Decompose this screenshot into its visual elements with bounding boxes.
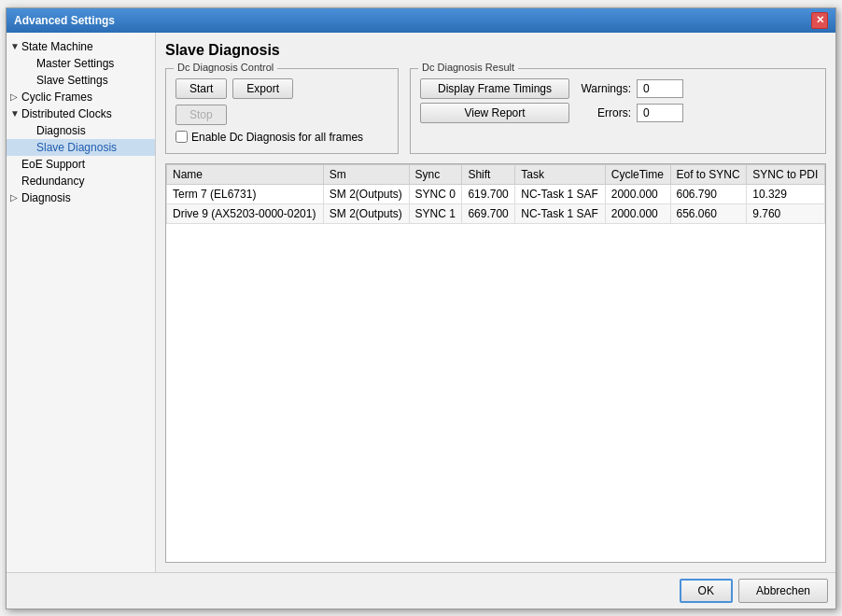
dc-result-group: Dc Diagnosis Result Display Frame Timing… [410, 68, 826, 154]
sidebar-label-redundancy: Redundancy [21, 175, 84, 188]
table-cell: 606.790 [670, 184, 747, 203]
data-table-container: Name Sm Sync Shift Task CycleTime Eof to… [165, 163, 826, 563]
errors-value: 0 [637, 104, 683, 122]
data-table: Name Sm Sync Shift Task CycleTime Eof to… [166, 164, 825, 224]
tree-expander-icon: ▷ [10, 91, 21, 102]
checkbox-row: Enable Dc Diagnosis for all frames [175, 131, 388, 144]
start-button[interactable]: Start [175, 78, 227, 99]
sidebar-item-slave-settings[interactable]: Slave Settings [7, 72, 155, 89]
warnings-label: Warnings: [575, 82, 631, 95]
dc-control-group: Dc Diagnosis Control Start Export Stop E… [165, 68, 399, 154]
sidebar-item-slave-diagnosis[interactable]: Slave Diagnosis [7, 139, 155, 156]
table-cell: NC-Task 1 SAF [515, 184, 605, 203]
cancel-button[interactable]: Abbrechen [738, 579, 828, 603]
display-timings-row: Display Frame Timings Warnings: 0 [420, 78, 816, 99]
table-cell: 2000.000 [605, 203, 670, 223]
table-row[interactable]: Drive 9 (AX5203-0000-0201)SM 2(Outputs)S… [167, 203, 825, 223]
footer: OK Abbrechen [7, 572, 835, 609]
table-cell: SYNC 0 [409, 184, 462, 203]
col-sync: Sync [409, 164, 462, 184]
close-button[interactable]: ✕ [811, 12, 828, 29]
sidebar-item-cyclic-frames[interactable]: ▷Cyclic Frames [7, 89, 155, 105]
dc-control-title: Dc Diagnosis Control [174, 62, 277, 73]
table-cell: 656.060 [670, 203, 747, 223]
col-name: Name [167, 164, 324, 184]
sidebar-item-distributed-clocks[interactable]: ▼Distributed Clocks [7, 105, 155, 122]
sidebar-label-cyclic-frames: Cyclic Frames [21, 91, 92, 104]
sidebar-item-diagnosis[interactable]: Diagnosis [7, 122, 155, 139]
main-panel: Slave Diagnosis Dc Diagnosis Control Sta… [156, 33, 835, 572]
col-eof-to-sync: Eof to SYNC [670, 164, 747, 184]
table-cell: 669.700 [462, 203, 515, 223]
warnings-value: 0 [637, 79, 683, 98]
table-cell: SM 2(Outputs) [323, 203, 409, 223]
export-button[interactable]: Export [232, 78, 293, 99]
sidebar-label-eoe-support: EoE Support [21, 158, 85, 171]
sidebar-label-slave-diagnosis: Slave Diagnosis [36, 141, 117, 154]
col-sync-to-pdi: SYNC to PDI [747, 164, 825, 184]
table-cell: 10.329 [747, 184, 825, 203]
tree-expander-icon: ▼ [10, 108, 21, 119]
table-cell: NC-Task 1 SAF [515, 203, 605, 223]
col-cycletime: CycleTime [605, 164, 670, 184]
col-sm: Sm [323, 164, 409, 184]
dc-result-title: Dc Diagnosis Result [418, 62, 518, 73]
table-cell: 9.760 [747, 203, 825, 223]
sidebar-item-diagnosis-root[interactable]: ▷Diagnosis [7, 189, 155, 206]
sidebar-label-diagnosis: Diagnosis [36, 124, 86, 137]
enable-checkbox-label: Enable Dc Diagnosis for all frames [191, 131, 363, 144]
sidebar-label-distributed-clocks: Distributed Clocks [21, 107, 112, 120]
sidebar-item-state-machine[interactable]: ▼State Machine [7, 38, 155, 55]
titlebar: Advanced Settings ✕ [7, 8, 835, 33]
col-shift: Shift [462, 164, 515, 184]
table-cell: 619.700 [462, 184, 515, 203]
col-task: Task [515, 164, 605, 184]
sidebar-label-slave-settings: Slave Settings [36, 74, 108, 87]
window-title: Advanced Settings [14, 14, 115, 27]
errors-label: Errors: [575, 106, 631, 119]
stop-button[interactable]: Stop [175, 105, 227, 125]
sidebar-label-master-settings: Master Settings [36, 57, 114, 70]
table-row[interactable]: Term 7 (EL6731)SM 2(Outputs)SYNC 0619.70… [167, 184, 825, 203]
display-timings-button[interactable]: Display Frame Timings [420, 78, 569, 99]
table-cell: Drive 9 (AX5203-0000-0201) [167, 203, 324, 223]
sidebar-item-master-settings[interactable]: Master Settings [7, 55, 155, 72]
content-area: ▼State MachineMaster SettingsSlave Setti… [7, 33, 835, 572]
table-cell: SM 2(Outputs) [323, 184, 409, 203]
table-cell: 2000.000 [605, 184, 670, 203]
sidebar: ▼State MachineMaster SettingsSlave Setti… [7, 33, 156, 572]
top-section: Dc Diagnosis Control Start Export Stop E… [165, 68, 826, 154]
table-body: Term 7 (EL6731)SM 2(Outputs)SYNC 0619.70… [167, 184, 825, 223]
tree-expander-icon: ▷ [10, 192, 21, 203]
table-cell: Term 7 (EL6731) [167, 184, 324, 203]
sidebar-label-diagnosis-root: Diagnosis [21, 191, 71, 204]
control-btn-row: Start Export [175, 78, 388, 99]
table-header: Name Sm Sync Shift Task CycleTime Eof to… [167, 164, 825, 184]
sidebar-item-redundancy[interactable]: Redundancy [7, 173, 155, 189]
enable-checkbox[interactable] [175, 131, 188, 143]
main-window: Advanced Settings ✕ ▼State MachineMaster… [6, 7, 836, 609]
ok-button[interactable]: OK [680, 579, 733, 603]
sidebar-label-state-machine: State Machine [21, 40, 93, 53]
view-report-button[interactable]: View Report [420, 103, 569, 123]
stop-btn-row: Stop [175, 105, 388, 125]
panel-title: Slave Diagnosis [165, 42, 826, 59]
view-report-row: View Report Errors: 0 [420, 103, 816, 123]
table-cell: SYNC 1 [409, 203, 462, 223]
tree-expander-icon: ▼ [10, 41, 21, 51]
sidebar-item-eoe-support[interactable]: EoE Support [7, 156, 155, 173]
